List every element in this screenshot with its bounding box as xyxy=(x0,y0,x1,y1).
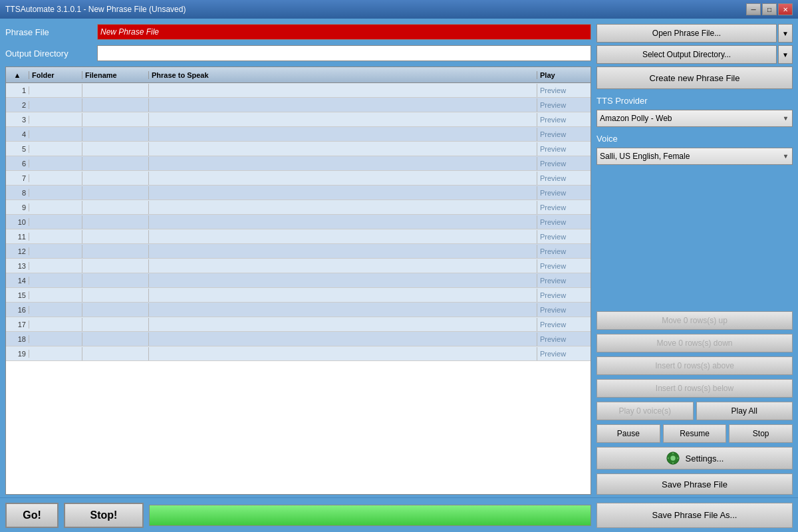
folder-input[interactable] xyxy=(31,347,80,360)
row-phrase-cell[interactable] xyxy=(149,303,537,317)
phrase-input[interactable] xyxy=(150,128,535,141)
stop-button[interactable]: Stop! xyxy=(64,503,144,528)
phrase-input[interactable] xyxy=(150,289,535,302)
preview-button[interactable]: Preview xyxy=(540,335,566,343)
phrase-input[interactable] xyxy=(150,318,535,331)
filename-input[interactable] xyxy=(84,289,147,302)
row-phrase-cell[interactable] xyxy=(149,142,537,156)
row-phrase-cell[interactable] xyxy=(149,347,537,360)
row-filename-cell[interactable] xyxy=(82,274,149,287)
row-folder-cell[interactable] xyxy=(29,157,82,170)
phrase-input[interactable] xyxy=(150,186,535,200)
row-folder-cell[interactable] xyxy=(29,186,82,200)
folder-input[interactable] xyxy=(31,142,80,156)
phrase-input[interactable] xyxy=(150,157,535,170)
row-folder-cell[interactable] xyxy=(29,142,82,156)
row-phrase-cell[interactable] xyxy=(149,172,537,185)
folder-input[interactable] xyxy=(31,128,80,141)
preview-button[interactable]: Preview xyxy=(540,233,566,241)
row-filename-cell[interactable] xyxy=(82,186,149,200)
open-phrase-file-button[interactable]: Open Phrase File... xyxy=(597,24,777,43)
preview-button[interactable]: Preview xyxy=(540,189,566,197)
row-phrase-cell[interactable] xyxy=(149,113,537,126)
tts-provider-select[interactable]: Amazon Polly - WebAmazon PollyGoogle TTS… xyxy=(597,110,793,127)
row-folder-cell[interactable] xyxy=(29,215,82,229)
folder-input[interactable] xyxy=(31,318,80,331)
select-output-dir-button[interactable]: Select Output Directory... xyxy=(597,45,777,64)
row-folder-cell[interactable] xyxy=(29,289,82,302)
preview-button[interactable]: Preview xyxy=(540,247,566,255)
row-phrase-cell[interactable] xyxy=(149,98,537,112)
resume-button[interactable]: Resume xyxy=(663,424,727,443)
row-filename-cell[interactable] xyxy=(82,142,149,156)
row-folder-cell[interactable] xyxy=(29,332,82,346)
folder-input[interactable] xyxy=(31,215,80,229)
row-folder-cell[interactable] xyxy=(29,84,82,97)
row-folder-cell[interactable] xyxy=(29,274,82,287)
filename-input[interactable] xyxy=(84,128,147,141)
phrase-input[interactable] xyxy=(150,84,535,97)
preview-button[interactable]: Preview xyxy=(540,321,566,329)
preview-button[interactable]: Preview xyxy=(540,203,566,211)
filename-input[interactable] xyxy=(84,142,147,156)
filename-input[interactable] xyxy=(84,332,147,346)
insert-rows-above-button[interactable]: Insert 0 rows(s) above xyxy=(597,356,793,375)
row-phrase-cell[interactable] xyxy=(149,318,537,331)
folder-input[interactable] xyxy=(31,84,80,97)
row-folder-cell[interactable] xyxy=(29,201,82,214)
row-folder-cell[interactable] xyxy=(29,318,82,331)
row-phrase-cell[interactable] xyxy=(149,245,537,258)
folder-input[interactable] xyxy=(31,113,80,126)
preview-button[interactable]: Preview xyxy=(540,262,566,270)
preview-button[interactable]: Preview xyxy=(540,160,566,168)
phrase-input[interactable] xyxy=(150,230,535,243)
filename-input[interactable] xyxy=(84,157,147,170)
row-filename-cell[interactable] xyxy=(82,259,149,273)
row-filename-cell[interactable] xyxy=(82,230,149,243)
preview-button[interactable]: Preview xyxy=(540,291,566,299)
row-phrase-cell[interactable] xyxy=(149,157,537,170)
preview-button[interactable]: Preview xyxy=(540,130,566,138)
preview-button[interactable]: Preview xyxy=(540,306,566,314)
preview-button[interactable]: Preview xyxy=(540,218,566,226)
go-button[interactable]: Go! xyxy=(5,503,59,528)
row-phrase-cell[interactable] xyxy=(149,128,537,141)
row-filename-cell[interactable] xyxy=(82,201,149,214)
filename-input[interactable] xyxy=(84,172,147,185)
preview-button[interactable]: Preview xyxy=(540,86,566,94)
move-rows-up-button[interactable]: Move 0 rows(s) up xyxy=(597,311,793,330)
create-new-phrase-file-button[interactable]: Create new Phrase File xyxy=(597,66,793,89)
filename-input[interactable] xyxy=(84,347,147,360)
row-folder-cell[interactable] xyxy=(29,128,82,141)
preview-button[interactable]: Preview xyxy=(540,145,566,153)
preview-button[interactable]: Preview xyxy=(540,101,566,109)
phrase-input[interactable] xyxy=(150,172,535,185)
folder-input[interactable] xyxy=(31,289,80,302)
voice-select[interactable]: Salli, US English, FemaleJoanna, US Engl… xyxy=(597,148,793,165)
open-phrase-dropdown-button[interactable]: ▼ xyxy=(778,24,793,43)
folder-input[interactable] xyxy=(31,201,80,214)
pause-button[interactable]: Pause xyxy=(597,424,660,443)
preview-button[interactable]: Preview xyxy=(540,350,566,358)
phrase-input[interactable] xyxy=(150,142,535,156)
move-rows-down-button[interactable]: Move 0 rows(s) down xyxy=(597,334,793,352)
row-phrase-cell[interactable] xyxy=(149,259,537,273)
folder-input[interactable] xyxy=(31,245,80,258)
row-folder-cell[interactable] xyxy=(29,172,82,185)
phrase-input[interactable] xyxy=(150,303,535,317)
row-filename-cell[interactable] xyxy=(82,98,149,112)
filename-input[interactable] xyxy=(84,230,147,243)
row-folder-cell[interactable] xyxy=(29,230,82,243)
row-phrase-cell[interactable] xyxy=(149,289,537,302)
row-phrase-cell[interactable] xyxy=(149,201,537,214)
close-button[interactable]: ✕ xyxy=(778,3,793,15)
maximize-button[interactable]: □ xyxy=(762,3,777,15)
row-filename-cell[interactable] xyxy=(82,289,149,302)
filename-input[interactable] xyxy=(84,259,147,273)
phrase-input[interactable] xyxy=(150,245,535,258)
row-filename-cell[interactable] xyxy=(82,172,149,185)
filename-input[interactable] xyxy=(84,274,147,287)
row-filename-cell[interactable] xyxy=(82,113,149,126)
insert-rows-below-button[interactable]: Insert 0 rows(s) below xyxy=(597,379,793,398)
folder-input[interactable] xyxy=(31,274,80,287)
